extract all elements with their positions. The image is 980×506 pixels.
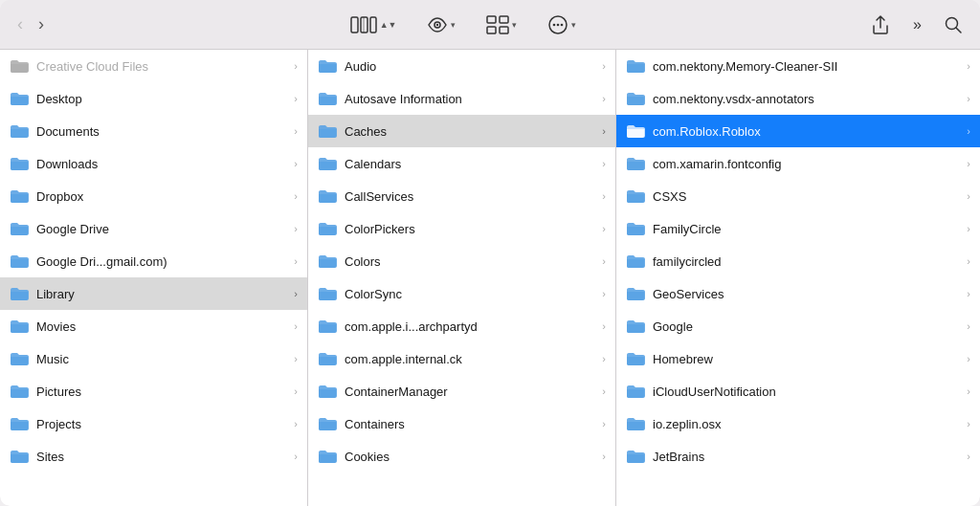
folder-icon	[10, 286, 29, 301]
list-item[interactable]: familycircled›	[616, 245, 980, 277]
chevron-right-icon: ›	[967, 190, 970, 202]
eye-caret: ▾	[451, 20, 456, 30]
list-item[interactable]: Google Drive›	[0, 212, 307, 245]
list-item[interactable]: com.apple.i...archpartyd›	[308, 310, 615, 342]
svg-rect-0	[351, 17, 358, 33]
chevron-right-icon: ›	[602, 223, 606, 234]
chevron-right-icon: ›	[294, 125, 298, 137]
list-item[interactable]: Projects›	[0, 407, 307, 440]
list-item[interactable]: Autosave Information›	[308, 82, 615, 115]
list-item[interactable]: Dropbox›	[0, 180, 307, 212]
item-label: FamilyCircle	[653, 222, 963, 236]
item-label: iCloudUserNotification	[653, 385, 963, 399]
item-label: Desktop	[36, 92, 290, 106]
svg-point-10	[553, 23, 556, 26]
list-item[interactable]: FamilyCircle›	[616, 212, 980, 245]
item-label: Downloads	[36, 157, 290, 171]
folder-icon	[10, 188, 29, 204]
view-columns-button[interactable]: ▲▼	[345, 11, 403, 39]
folder-icon	[626, 286, 645, 301]
chevron-right-icon: ›	[602, 190, 606, 202]
list-item[interactable]: ColorPickers›	[308, 212, 615, 245]
list-item[interactable]: Google Dri...gmail.com)›	[0, 245, 307, 277]
item-label: Library	[36, 287, 290, 301]
chevron-right-icon: ›	[967, 125, 970, 137]
list-item[interactable]: Creative Cloud Files›	[0, 50, 307, 82]
item-label: com.xamarin.fontconfig	[653, 157, 963, 171]
eye-view-button[interactable]: ▾	[421, 13, 461, 36]
back-button[interactable]: ‹	[11, 12, 29, 36]
chevron-right-icon: ›	[602, 320, 606, 332]
item-label: Pictures	[36, 385, 290, 399]
list-item[interactable]: com.nektony.vsdx-annotators›	[616, 82, 980, 115]
column-col3: com.nektony.Memory-Cleaner-SII› com.nekt…	[616, 50, 980, 506]
list-item[interactable]: Google›	[616, 310, 980, 342]
svg-rect-7	[487, 27, 496, 33]
item-label: Containers	[345, 417, 598, 431]
list-item[interactable]: Pictures›	[0, 375, 307, 407]
list-item[interactable]: GeoServices›	[616, 277, 980, 310]
list-item[interactable]: JetBrains›	[616, 440, 980, 473]
chevron-right-icon: ›	[967, 255, 970, 267]
item-label: CallServices	[345, 189, 598, 204]
list-item[interactable]: Audio›	[308, 50, 615, 82]
item-label: Documents	[36, 124, 290, 139]
list-item[interactable]: CallServices›	[308, 180, 615, 212]
list-item[interactable]: Documents›	[0, 115, 307, 147]
folder-icon	[10, 253, 29, 269]
folder-icon	[318, 384, 337, 399]
share-button[interactable]	[865, 11, 896, 39]
item-label: CSXS	[653, 189, 963, 204]
grid-sort-button[interactable]: ▾	[480, 11, 523, 38]
toolbar-right: »	[865, 11, 969, 39]
svg-rect-1	[361, 17, 368, 33]
list-item[interactable]: Colors›	[308, 245, 615, 277]
chevron-right-icon: ›	[602, 288, 606, 299]
item-label: ColorSync	[345, 287, 598, 301]
folder-icon	[318, 416, 337, 431]
list-item[interactable]: ContainerManager›	[308, 375, 615, 407]
overflow-button[interactable]: »	[907, 12, 926, 37]
list-item[interactable]: ColorSync›	[308, 277, 615, 310]
list-item[interactable]: com.xamarin.fontconfig›	[616, 147, 980, 180]
folder-icon	[10, 351, 29, 366]
folder-icon	[318, 253, 337, 269]
list-item[interactable]: Music›	[0, 342, 307, 375]
list-item[interactable]: io.zeplin.osx›	[616, 407, 980, 440]
item-label: Google Drive	[36, 222, 290, 236]
chevron-right-icon: ›	[967, 288, 970, 299]
chevron-right-icon: ›	[294, 190, 298, 202]
item-label: Caches	[345, 124, 598, 139]
list-item[interactable]: com.nektony.Memory-Cleaner-SII›	[616, 50, 980, 82]
list-item[interactable]: Cookies›	[308, 440, 615, 473]
list-item[interactable]: Homebrew›	[616, 342, 980, 375]
list-item[interactable]: Caches›	[308, 115, 615, 147]
folder-icon	[318, 319, 337, 334]
folder-icon	[10, 123, 29, 139]
list-item[interactable]: Containers›	[308, 407, 615, 440]
list-item[interactable]: Movies›	[0, 310, 307, 342]
folder-icon	[10, 384, 29, 399]
chevron-right-icon: ›	[294, 320, 298, 332]
item-label: Dropbox	[36, 189, 290, 204]
list-item[interactable]: Library›	[0, 277, 307, 310]
list-item[interactable]: Downloads›	[0, 147, 307, 180]
folder-icon	[626, 449, 645, 464]
list-item[interactable]: com.apple.internal.ck›	[308, 342, 615, 375]
search-button[interactable]	[938, 11, 969, 38]
item-label: ColorPickers	[345, 222, 598, 236]
list-item[interactable]: Calendars›	[308, 147, 615, 180]
column-col2: Audio› Autosave Information› Caches› Cal…	[308, 50, 616, 506]
list-item[interactable]: Sites›	[0, 440, 307, 473]
list-item[interactable]: CSXS›	[616, 180, 980, 212]
list-item[interactable]: iCloudUserNotification›	[616, 375, 980, 407]
folder-icon	[626, 91, 645, 106]
more-options-button[interactable]: ▾	[542, 11, 582, 39]
list-item[interactable]: Desktop›	[0, 82, 307, 115]
chevron-right-icon: ›	[602, 418, 606, 429]
folder-icon	[626, 221, 645, 236]
forward-button[interactable]: ›	[33, 12, 50, 36]
item-label: io.zeplin.osx	[653, 417, 963, 431]
view-caret: ▲▼	[380, 20, 397, 30]
list-item[interactable]: com.Roblox.Roblox›	[616, 115, 980, 147]
